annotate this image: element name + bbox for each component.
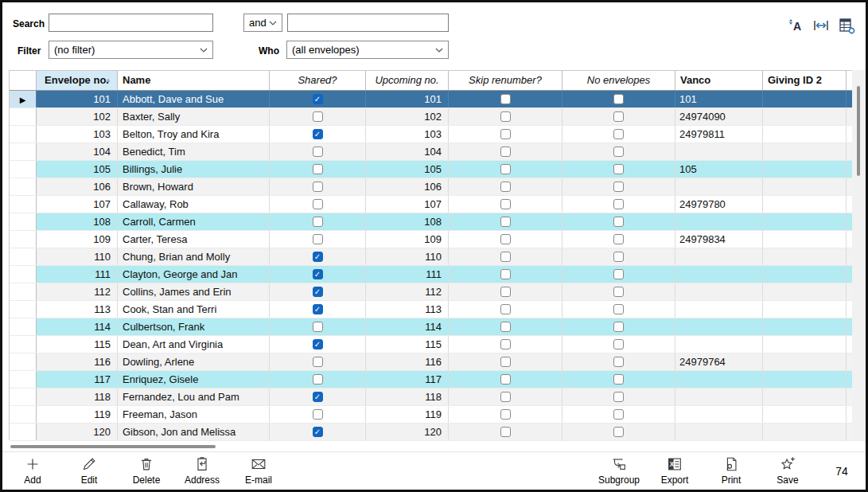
save-button[interactable]: Save bbox=[762, 455, 813, 486]
name-cell[interactable]: Belton, Troy and Kira bbox=[118, 126, 270, 143]
giving-id2-cell[interactable] bbox=[763, 231, 847, 248]
table-row[interactable]: 102Baxter, Sally10224974090 bbox=[10, 108, 866, 126]
envelope-no-cell[interactable]: 113 bbox=[37, 301, 118, 318]
vanco-cell[interactable]: 24979811 bbox=[675, 126, 763, 143]
no-envelopes-checkbox[interactable] bbox=[613, 182, 624, 192]
table-row[interactable]: 103Belton, Troy and Kira✓10324979811 bbox=[10, 126, 866, 143]
envelope-no-cell[interactable]: 116 bbox=[37, 353, 118, 370]
no-envelopes-checkbox[interactable] bbox=[613, 129, 624, 139]
upcoming-no-cell[interactable]: 112 bbox=[366, 283, 449, 300]
giving-id2-cell[interactable] bbox=[763, 178, 847, 195]
envelope-no-cell[interactable]: 107 bbox=[37, 196, 118, 213]
row-selector-cell[interactable]: ▶ bbox=[10, 91, 37, 107]
add-button[interactable]: Add bbox=[7, 455, 58, 486]
name-cell[interactable]: Callaway, Rob bbox=[118, 196, 270, 213]
vanco-cell[interactable]: 24979780 bbox=[675, 196, 763, 213]
print-button[interactable]: Print bbox=[706, 455, 757, 486]
giving-id2-cell[interactable] bbox=[763, 389, 847, 405]
table-row[interactable]: 105Billings, Julie105105 bbox=[10, 161, 866, 178]
delete-button[interactable]: Delete bbox=[121, 455, 172, 486]
shared-checkbox[interactable]: ✓ bbox=[313, 252, 323, 262]
table-row[interactable]: 115Dean, Art and Virginia✓115 bbox=[10, 336, 866, 353]
table-row[interactable]: 120Gibson, Jon and Melissa✓120 bbox=[10, 424, 866, 441]
shared-checkbox[interactable]: ✓ bbox=[313, 94, 323, 104]
table-row[interactable]: 119Freeman, Jason119 bbox=[10, 406, 866, 424]
skip-renumber-checkbox[interactable] bbox=[500, 234, 511, 244]
who-select[interactable]: (all envelopes) bbox=[286, 41, 449, 59]
vanco-cell[interactable] bbox=[675, 213, 763, 230]
no-envelopes-checkbox[interactable] bbox=[613, 322, 624, 332]
shared-checkbox[interactable] bbox=[313, 409, 323, 420]
shared-checkbox[interactable]: ✓ bbox=[313, 269, 323, 279]
font-size-icon[interactable]: A bbox=[786, 16, 805, 35]
vanco-cell[interactable] bbox=[675, 389, 763, 405]
header-name[interactable]: Name bbox=[118, 71, 270, 90]
table-row[interactable]: 113Cook, Stan and Terri✓113 bbox=[10, 301, 866, 318]
horizontal-scrollbar-thumb[interactable] bbox=[10, 445, 216, 448]
envelope-no-cell[interactable]: 102 bbox=[37, 108, 118, 125]
shared-checkbox[interactable]: ✓ bbox=[313, 339, 323, 349]
name-cell[interactable]: Benedict, Tim bbox=[118, 143, 270, 160]
table-row[interactable]: 112Collins, James and Erin✓112 bbox=[10, 283, 866, 301]
upcoming-no-cell[interactable]: 117 bbox=[366, 371, 449, 388]
shared-checkbox[interactable] bbox=[313, 322, 323, 332]
vanco-cell[interactable] bbox=[675, 371, 763, 388]
envelope-no-cell[interactable]: 108 bbox=[37, 213, 118, 230]
vanco-cell[interactable]: 105 bbox=[675, 161, 763, 178]
header-upcoming-no[interactable]: Upcoming no. bbox=[366, 71, 449, 90]
vanco-cell[interactable] bbox=[675, 301, 763, 318]
upcoming-no-cell[interactable]: 120 bbox=[366, 424, 449, 440]
row-selector-cell[interactable] bbox=[10, 371, 37, 388]
name-cell[interactable]: Culbertson, Frank bbox=[118, 318, 270, 335]
skip-renumber-checkbox[interactable] bbox=[500, 111, 511, 122]
row-selector-cell[interactable] bbox=[10, 283, 37, 300]
upcoming-no-cell[interactable]: 119 bbox=[366, 406, 449, 423]
row-selector-cell[interactable] bbox=[10, 424, 37, 440]
skip-renumber-checkbox[interactable] bbox=[500, 392, 511, 402]
giving-id2-cell[interactable] bbox=[763, 424, 847, 440]
envelope-no-cell[interactable]: 110 bbox=[37, 248, 118, 265]
shared-checkbox[interactable]: ✓ bbox=[313, 287, 323, 297]
row-selector-cell[interactable] bbox=[10, 389, 37, 405]
upcoming-no-cell[interactable]: 118 bbox=[366, 389, 449, 405]
shared-checkbox[interactable] bbox=[313, 234, 323, 244]
envelope-no-cell[interactable]: 112 bbox=[37, 283, 118, 300]
vanco-cell[interactable] bbox=[675, 424, 763, 440]
skip-renumber-checkbox[interactable] bbox=[500, 427, 511, 437]
table-row[interactable]: 111Clayton, George and Jan✓111 bbox=[10, 266, 866, 283]
table-row[interactable]: 104Benedict, Tim104 bbox=[10, 143, 866, 161]
upcoming-no-cell[interactable]: 113 bbox=[366, 301, 449, 318]
header-shared[interactable]: Shared? bbox=[270, 71, 366, 90]
skip-renumber-checkbox[interactable] bbox=[500, 339, 511, 349]
envelope-no-cell[interactable]: 114 bbox=[37, 318, 118, 335]
no-envelopes-checkbox[interactable] bbox=[613, 392, 624, 402]
skip-renumber-checkbox[interactable] bbox=[500, 164, 511, 174]
vanco-cell[interactable] bbox=[675, 143, 763, 160]
vanco-cell[interactable] bbox=[675, 266, 763, 283]
giving-id2-cell[interactable] bbox=[763, 161, 847, 178]
row-selector-cell[interactable] bbox=[10, 406, 37, 423]
vanco-cell[interactable]: 24974090 bbox=[675, 108, 763, 125]
upcoming-no-cell[interactable]: 116 bbox=[366, 353, 449, 370]
vanco-cell[interactable] bbox=[675, 336, 763, 353]
vanco-cell[interactable]: 101 bbox=[675, 91, 763, 107]
name-cell[interactable]: Cook, Stan and Terri bbox=[118, 301, 270, 318]
no-envelopes-checkbox[interactable] bbox=[613, 217, 624, 227]
no-envelopes-checkbox[interactable] bbox=[613, 199, 624, 209]
table-row[interactable]: 108Carroll, Carmen108 bbox=[10, 213, 866, 231]
giving-id2-cell[interactable] bbox=[763, 266, 847, 283]
table-row[interactable]: 106Brown, Howard106 bbox=[10, 178, 866, 196]
row-selector-cell[interactable] bbox=[10, 231, 37, 248]
row-selector-cell[interactable] bbox=[10, 248, 37, 265]
grid-settings-icon[interactable] bbox=[837, 16, 856, 35]
skip-renumber-checkbox[interactable] bbox=[500, 322, 511, 332]
skip-renumber-checkbox[interactable] bbox=[500, 199, 511, 209]
upcoming-no-cell[interactable]: 106 bbox=[366, 178, 449, 195]
table-row[interactable]: 118Fernandez, Lou and Pam✓118 bbox=[10, 389, 866, 406]
giving-id2-cell[interactable] bbox=[763, 248, 847, 265]
search-input-2[interactable] bbox=[287, 14, 449, 32]
name-cell[interactable]: Baxter, Sally bbox=[118, 108, 270, 125]
header-envelope-no[interactable]: Envelope no. ▲ bbox=[37, 71, 118, 90]
upcoming-no-cell[interactable]: 108 bbox=[366, 213, 449, 230]
row-selector-cell[interactable] bbox=[10, 108, 37, 125]
